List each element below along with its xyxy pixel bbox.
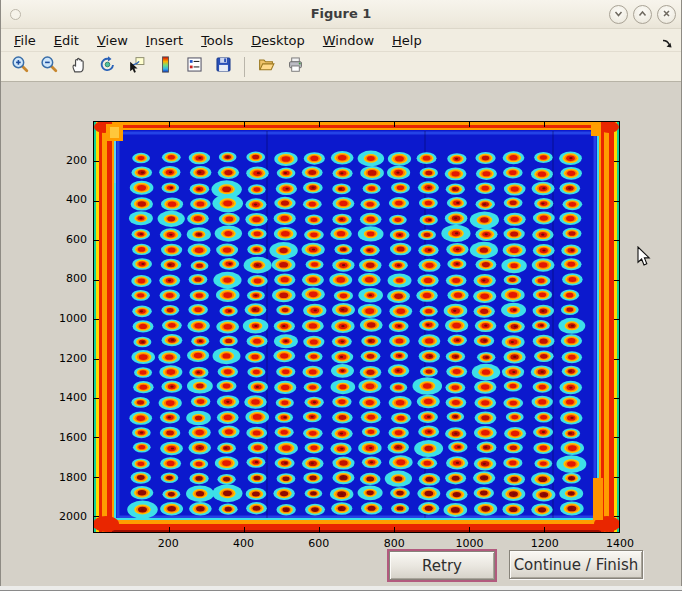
rotate-3d-icon [98,55,117,78]
menu-desktop[interactable]: Desktop [242,31,314,50]
save-figure-button[interactable] [212,56,234,78]
maximize-button[interactable] [633,5,652,24]
retry-button-label: Retry [422,557,462,575]
insert-colorbar-button[interactable] [154,56,176,78]
x-tick-label: 1200 [523,537,567,550]
menu-tools[interactable]: Tools [192,31,242,50]
open-folder-icon [257,55,276,78]
toolbar-separator [244,57,245,77]
heatmap-image[interactable] [94,122,619,532]
chevron-up-icon [636,5,649,24]
y-tick-label: 600 [47,233,87,246]
zoom-out-button[interactable] [38,56,60,78]
menu-help[interactable]: Help [383,31,431,50]
save-icon [214,55,233,78]
pan-button[interactable] [67,56,89,78]
print-figure-button[interactable] [284,56,306,78]
menu-insert[interactable]: Insert [137,31,192,50]
x-tick-label: 1400 [598,537,642,550]
x-tick-label: 400 [222,537,266,550]
title-bar[interactable]: Figure 1 [1,0,681,29]
desktop: Figure 1 [0,0,682,591]
mouse-cursor-icon [637,246,652,271]
figure-window: Figure 1 [0,0,682,586]
printer-icon [286,55,305,78]
minimize-button[interactable] [609,5,628,24]
y-tick-label: 400 [47,193,87,206]
y-tick-label: 1000 [47,312,87,325]
x-tick-label: 600 [297,537,341,550]
zoom-out-icon [40,55,59,78]
close-button[interactable] [657,5,676,24]
heatmap-axes[interactable] [93,121,620,533]
zoom-in-button[interactable] [9,56,31,78]
y-tick-label: 1800 [47,471,87,484]
y-tick-label: 1200 [47,352,87,365]
open-file-button[interactable] [255,56,277,78]
zoom-in-icon [11,55,30,78]
y-tick-label: 800 [47,272,87,285]
continue-finish-button-label: Continue / Finish [514,556,639,574]
y-tick-label: 2000 [47,510,87,523]
chevron-down-icon [612,5,625,24]
colorbar-icon [156,55,175,78]
x-tick-label: 200 [146,537,190,550]
legend-icon [185,55,204,78]
retry-button[interactable]: Retry [387,549,497,582]
y-tick-label: 200 [47,154,87,167]
data-cursor-icon [127,55,146,78]
pan-hand-icon [69,55,88,78]
window-title: Figure 1 [1,6,681,21]
figure-toolbar [1,51,681,82]
desktop-edge [0,586,682,591]
menu-bar: File Edit View Insert Tools Desktop Wind… [1,29,681,51]
data-cursor-button[interactable] [125,56,147,78]
menu-edit[interactable]: Edit [45,31,88,50]
continue-finish-button[interactable]: Continue / Finish [509,550,643,579]
menu-file[interactable]: File [5,31,45,50]
close-icon [660,5,673,24]
y-tick-label: 1600 [47,431,87,444]
rotate-3d-button[interactable] [96,56,118,78]
y-tick-label: 1400 [47,391,87,404]
insert-legend-button[interactable] [183,56,205,78]
menu-window[interactable]: Window [314,31,383,50]
dock-figure-arrow-icon[interactable] [661,34,673,53]
menu-view[interactable]: View [88,31,137,50]
figure-canvas-area: 200400600800100012001400160018002000 200… [1,82,681,586]
